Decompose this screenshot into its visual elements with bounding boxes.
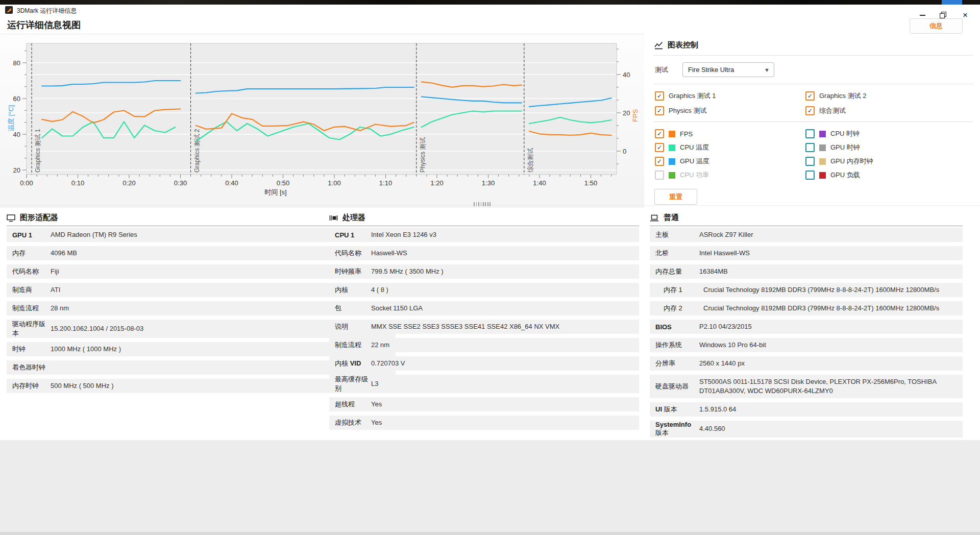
checkbox-label: Graphics 测试 2 [819,91,866,101]
row-label: 包 [329,304,371,313]
checkbox-CPU 时钟[interactable]: CPU 时钟 [805,129,973,138]
svg-text:Graphics 测试 1: Graphics 测试 1 [34,129,41,173]
laptop-icon [650,214,659,222]
row-label: 制造流程 [329,341,371,350]
row-value: Yes [371,400,387,409]
svg-text:40: 40 [623,71,630,79]
table-row: 内存 1Crucial Technology 8192MB DDR3 (799M… [650,283,963,297]
table-row: 内核 VID0.720703 V [329,356,639,371]
row-label: 内存 [7,249,51,258]
page-title: 运行详细信息视图 [7,19,81,31]
row-value: 4096 MB [51,249,82,258]
row-label: UI 版本 [650,405,699,414]
test-select[interactable]: Fire Strike Ultra ▼ [682,62,774,77]
svg-text:时间 [s]: 时间 [s] [264,188,286,196]
restore-icon [940,12,946,18]
table-row: 主板ASRock Z97 Killer [650,228,963,242]
svg-text:综合测试: 综合测试 [527,148,534,173]
table-row: BIOSP2.10 04/23/2015 [650,320,963,334]
table-row: 硬盘驱动器ST5000AS 0011-1L5178 SCSI Disk Devi… [650,375,963,398]
svg-text:20: 20 [13,166,20,174]
row-value: 28 nm [51,304,74,313]
svg-text:60: 60 [13,95,20,103]
chevron-down-icon: ▼ [764,67,770,73]
row-label: 超线程 [329,400,371,409]
row-label: 时钟频率 [329,267,371,276]
checkbox-label: GPU 温度 [680,157,709,166]
row-value: 4.40.560 [699,424,730,433]
chart-canvas: 20406080020400:000:100:200:300:400:501:0… [0,34,644,208]
unchecked-checkbox-icon [805,171,815,180]
checkbox-Physics 测试[interactable]: ✓Physics 测试 [655,106,805,115]
checkbox-Graphics 测试 2[interactable]: ✓Graphics 测试 2 [805,91,973,101]
row-label: 硬盘驱动器 [650,382,699,391]
checkbox-Graphics 测试 1[interactable]: ✓Graphics 测试 1 [655,91,805,101]
row-label: 内存总量 [650,267,699,276]
row-label: 制造商 [7,285,51,295]
checkbox-label: CPU 时钟 [830,129,860,138]
row-value: 500 MHz ( 500 MHz ) [51,381,119,391]
series-color-swatch [669,144,675,151]
empty-area [0,440,980,535]
processor-table: 处理器 CPU 1Intel Xeon E3 1246 v3代码名称Haswel… [329,211,639,434]
svg-text:1:50: 1:50 [584,179,597,187]
svg-text:0:50: 0:50 [277,179,289,187]
table-row: 最高缓存级别L3 [329,375,639,393]
row-value: MMX SSE SSE2 SSE3 SSSE3 SSE41 SSE42 X86_… [371,322,565,331]
checkbox-label: FPS [680,130,693,138]
unchecked-checkbox-icon [805,129,815,138]
row-label: 说明 [329,322,371,331]
row-label: 内存 2 [650,304,699,313]
chart-control-panel: 图表控制 测试 Fire Strike Ultra ▼ ✓Graphics 测试… [653,34,973,205]
checkbox-GPU 温度[interactable]: ✓GPU 温度 [655,157,805,166]
checkbox-GPU 负载[interactable]: GPU 负载 [805,171,973,180]
svg-text:温度 [°C]: 温度 [°C] [7,105,15,131]
checkbox-label: Graphics 测试 1 [669,91,716,101]
table-row: 北桥Intel Haswell-WS [650,246,963,260]
window-title: 3DMark 运行详细信息 [17,7,77,15]
svg-text:0:40: 0:40 [225,179,238,187]
reset-button[interactable]: 重置 [654,189,697,205]
checkbox-FPS[interactable]: ✓FPS [655,129,805,138]
row-value: Windows 10 Pro 64-bit [699,341,771,350]
row-value: 0.720703 V [371,359,410,368]
row-value: Crucial Technology 8192MB DDR3 (799MHz 8… [699,285,944,295]
info-button[interactable]: 信息 [910,18,963,34]
checkbox-GPU 内存时钟[interactable]: GPU 内存时钟 [805,157,973,166]
table-rows: 主板ASRock Z97 Killer北桥Intel Haswell-WS内存总… [650,228,963,437]
checkbox-CPU 功率: CPU 功率 [655,171,805,180]
splitter-grip[interactable] [474,202,491,206]
checked-checkbox-icon: ✓ [655,91,664,101]
checkbox-GPU 时钟[interactable]: GPU 时钟 [805,143,973,152]
checkbox-CPU 温度[interactable]: ✓CPU 温度 [655,143,805,152]
checked-checkbox-icon: ✓ [655,143,664,152]
table-header: 普通 [650,211,963,226]
svg-text:0:00: 0:00 [20,179,33,187]
table-row: 虚拟技术Yes [329,416,639,430]
window-bottom-edge [0,532,980,535]
table-row: 制造流程22 nm [329,338,639,352]
row-value: 2560 x 1440 px [699,359,750,368]
row-value: Fiji [51,267,64,276]
checked-checkbox-icon: ✓ [655,129,664,138]
row-label: 北桥 [650,249,699,258]
row-label: 主板 [650,230,699,239]
svg-text:Physics 测试: Physics 测试 [419,137,426,173]
svg-text:1:40: 1:40 [533,179,546,187]
row-label: 驱动程序版本 [7,320,51,338]
background-accent [942,0,962,5]
table-row: 代码名称Haswell-WS [329,246,639,260]
table-title: 图形适配器 [20,213,58,223]
checkbox-综合测试[interactable]: ✓综合测试 [805,106,973,115]
row-value: 15.200.1062.1004 / 2015-08-03 [51,324,149,333]
svg-text:0:10: 0:10 [71,179,84,187]
3dmark-logo-icon [5,6,13,14]
row-value: Yes [371,418,387,427]
row-label: 代码名称 [7,267,51,276]
unchecked-checkbox-icon [805,143,815,152]
series-color-swatch [669,131,675,137]
checkbox-label: Physics 测试 [669,106,706,115]
checked-checkbox-icon: ✓ [655,106,664,115]
series-color-swatch [819,172,826,179]
row-label: 内存 1 [650,285,699,295]
